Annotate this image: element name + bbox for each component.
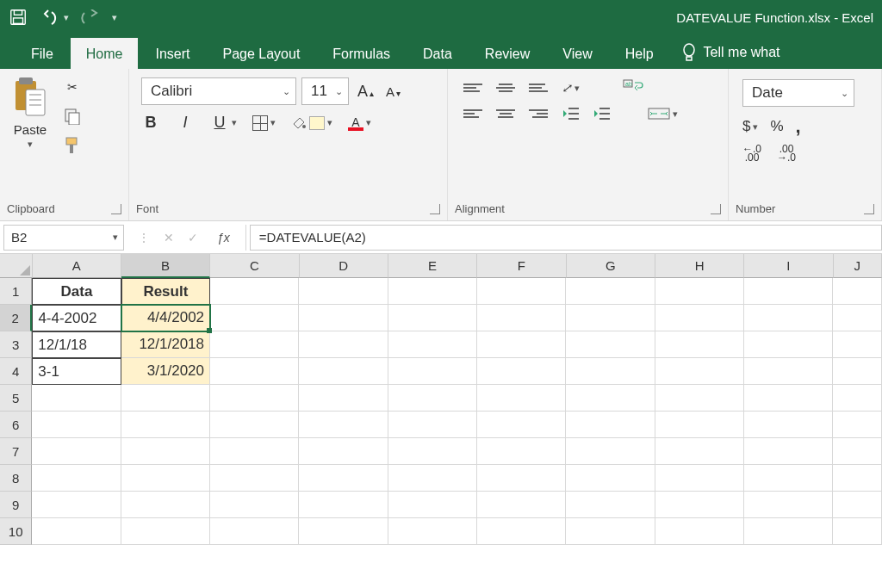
paste-dropdown-icon[interactable]: ▾ [28, 139, 33, 150]
cell-G5[interactable] [566, 385, 655, 412]
cell-H10[interactable] [655, 518, 744, 545]
cell-A4[interactable]: 3-1 [32, 358, 121, 385]
cell-B10[interactable] [121, 518, 210, 545]
cell-E5[interactable] [388, 385, 477, 412]
cell-E6[interactable] [388, 412, 477, 438]
cell-B5[interactable] [121, 385, 210, 412]
row-header-4[interactable]: 4 [0, 358, 32, 385]
column-header-C[interactable]: C [210, 254, 299, 278]
tab-formulas[interactable]: Formulas [317, 38, 406, 69]
cell-H8[interactable] [655, 465, 744, 492]
cell-D10[interactable] [299, 518, 388, 545]
align-middle-button[interactable] [496, 79, 515, 96]
cell-J5[interactable] [833, 385, 882, 412]
column-header-E[interactable]: E [388, 254, 477, 278]
cell-C4[interactable] [210, 358, 299, 385]
cell-B9[interactable] [121, 492, 210, 518]
align-bottom-button[interactable] [529, 79, 548, 96]
cell-F10[interactable] [477, 518, 566, 545]
cell-J2[interactable] [833, 305, 882, 331]
cell-A3[interactable]: 12/1/18 [32, 331, 121, 358]
cell-H3[interactable] [655, 331, 744, 358]
cell-D1[interactable] [299, 278, 388, 305]
cell-H6[interactable] [655, 412, 744, 438]
font-color-button[interactable]: A ▾ [348, 115, 371, 131]
row-header-5[interactable]: 5 [0, 385, 32, 412]
cell-I1[interactable] [744, 278, 833, 305]
cell-F2[interactable] [477, 305, 566, 331]
cell-H2[interactable] [655, 305, 744, 331]
spreadsheet-grid[interactable]: A B C D E F G H I J 1 Data Result 2 4-4-… [0, 254, 882, 545]
orientation-button[interactable]: ⤢▾ [562, 81, 580, 95]
cell-A10[interactable] [32, 518, 121, 545]
cell-F4[interactable] [477, 358, 566, 385]
cell-J4[interactable] [833, 358, 882, 385]
comma-format-button[interactable]: , [796, 115, 801, 138]
cell-G10[interactable] [566, 518, 655, 545]
wrap-text-button[interactable]: ab [623, 79, 643, 96]
decrease-indent-button[interactable] [562, 106, 579, 121]
font-name-select[interactable]: Calibri ⌄ [141, 77, 296, 105]
column-header-J[interactable]: J [834, 254, 882, 278]
column-header-D[interactable]: D [300, 254, 388, 278]
alignment-launcher-icon[interactable] [711, 204, 721, 214]
cell-G9[interactable] [566, 492, 655, 518]
cell-B8[interactable] [121, 465, 210, 492]
cell-J6[interactable] [833, 412, 882, 438]
decrease-font-button[interactable]: A▾ [382, 84, 404, 99]
cell-C6[interactable] [210, 412, 299, 438]
cancel-formula-button[interactable]: ✕ [164, 231, 174, 244]
cell-E1[interactable] [388, 278, 477, 305]
cell-H7[interactable] [655, 438, 744, 465]
cell-A7[interactable] [32, 438, 121, 465]
cell-C5[interactable] [210, 385, 299, 412]
cell-J3[interactable] [833, 331, 882, 358]
row-header-10[interactable]: 10 [0, 518, 32, 545]
row-header-3[interactable]: 3 [0, 331, 32, 358]
row-header-1[interactable]: 1 [0, 278, 32, 305]
cell-J8[interactable] [833, 465, 882, 492]
cell-G3[interactable] [566, 331, 655, 358]
clipboard-launcher-icon[interactable] [111, 204, 121, 214]
column-header-B[interactable]: B [121, 254, 210, 278]
cell-J10[interactable] [833, 518, 882, 545]
accounting-format-button[interactable]: $▾ [742, 118, 758, 135]
cell-I5[interactable] [744, 385, 833, 412]
select-all-corner[interactable] [0, 254, 33, 278]
cell-C3[interactable] [210, 331, 299, 358]
save-icon[interactable] [9, 8, 28, 27]
cell-H1[interactable] [655, 278, 744, 305]
tell-me[interactable]: Tell me what [671, 34, 791, 69]
cell-C9[interactable] [210, 492, 299, 518]
tab-data[interactable]: Data [407, 38, 468, 69]
cell-C8[interactable] [210, 465, 299, 492]
row-header-6[interactable]: 6 [0, 412, 32, 438]
cell-F8[interactable] [477, 465, 566, 492]
tab-view[interactable]: View [547, 38, 607, 69]
tab-help[interactable]: Help [610, 38, 669, 69]
cell-I6[interactable] [744, 412, 833, 438]
paste-button[interactable] [10, 76, 50, 119]
tab-home[interactable]: Home [71, 38, 139, 69]
cell-D6[interactable] [299, 412, 388, 438]
cell-H5[interactable] [655, 385, 744, 412]
cell-B7[interactable] [121, 438, 210, 465]
fx-icon[interactable]: ƒx [212, 231, 235, 244]
qat-customize-icon[interactable]: ▾ [112, 12, 117, 23]
cell-D9[interactable] [299, 492, 388, 518]
cell-C2[interactable] [210, 305, 299, 331]
copy-button[interactable] [62, 107, 83, 126]
align-top-button[interactable] [463, 79, 482, 96]
cell-G6[interactable] [566, 412, 655, 438]
cell-A6[interactable] [32, 412, 121, 438]
border-button[interactable]: ▾ [252, 115, 276, 131]
italic-button[interactable]: I [176, 114, 195, 132]
cell-C10[interactable] [210, 518, 299, 545]
cell-B1[interactable]: Result [121, 278, 210, 305]
cell-I9[interactable] [744, 492, 833, 518]
cell-D2[interactable] [299, 305, 388, 331]
cell-E10[interactable] [388, 518, 477, 545]
cut-button[interactable]: ✂ [62, 77, 83, 96]
row-header-7[interactable]: 7 [0, 438, 32, 465]
cell-C7[interactable] [210, 438, 299, 465]
